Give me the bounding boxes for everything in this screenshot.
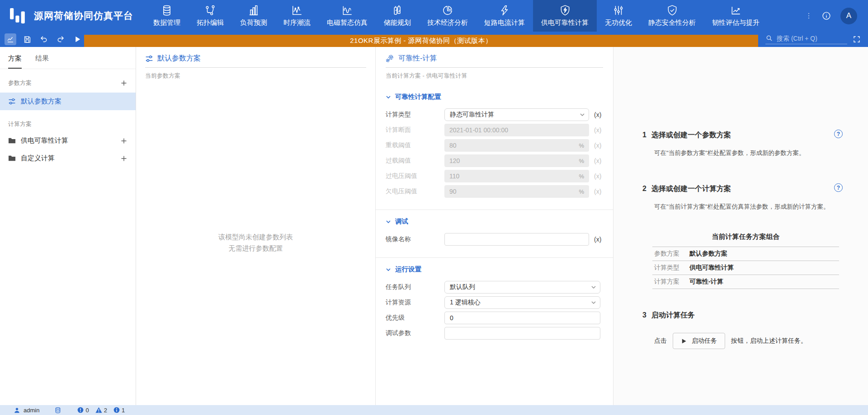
emt-icon <box>341 5 353 16</box>
nav-item-storage-planning[interactable]: 储能规划 <box>376 0 419 32</box>
nav-item-data-management[interactable]: 数据管理 <box>145 0 189 32</box>
debug-params-input[interactable] <box>444 327 600 340</box>
section-debug[interactable]: 调试 <box>386 217 603 226</box>
field-label: 计算断面 <box>386 126 444 134</box>
info-icon[interactable] <box>821 11 831 21</box>
search-icon <box>765 34 773 42</box>
empty-state-line1: 该模型尚未创建参数列表 <box>136 231 375 242</box>
field-label: 调试参数 <box>386 329 444 337</box>
redo-icon[interactable] <box>55 33 66 45</box>
compute-resource-select[interactable]: 1 逻辑核心 <box>444 296 600 309</box>
field-clear-marker: (x) <box>594 157 601 164</box>
nav-item-resilience-assessment[interactable]: 韧性评估与提升 <box>704 0 768 32</box>
overload-field-disabled: 120% <box>444 154 589 167</box>
nav-item-label: 电磁暂态仿真 <box>327 19 368 27</box>
folder-icon <box>8 137 16 144</box>
launch-instruction: 点击 启动任务 按钮，启动上述计算任务。 <box>654 333 843 349</box>
add-param-scheme-button[interactable] <box>120 79 127 87</box>
case-report-icon[interactable] <box>5 33 16 45</box>
field-row-task-queue: 任务队列 默认队列 <box>386 281 603 294</box>
field-label: 优先级 <box>386 314 444 322</box>
tab-schemes[interactable]: 方案 <box>8 54 22 69</box>
tab-results[interactable]: 结果 <box>35 54 49 69</box>
timeseries-icon <box>291 5 303 16</box>
combo-row-label: 计算类型 <box>654 264 679 272</box>
percent-unit: % <box>579 188 584 195</box>
run-icon[interactable] <box>71 33 83 45</box>
sidebar-item-default-param-scheme[interactable]: 默认参数方案 <box>0 93 136 110</box>
nav-item-emt-simulation[interactable]: 电磁暂态仿真 <box>319 0 376 32</box>
compute-resource-value: 1 逻辑核心 <box>450 298 481 307</box>
field-label: 镜像名称 <box>386 235 444 243</box>
combo-row-label: 参数方案 <box>654 250 679 258</box>
folder-supply-reliability[interactable]: 供电可靠性计算 <box>0 132 136 149</box>
launch-suffix: 按钮，启动上述计算任务。 <box>731 337 807 345</box>
error-counter[interactable]: 0 <box>77 407 89 414</box>
section-run-settings[interactable]: 运行设置 <box>386 265 603 274</box>
nav-item-label: 数据管理 <box>153 19 180 27</box>
calc-scheme-section-label: 计算方案 <box>8 120 32 128</box>
nav-item-label: 无功优化 <box>605 19 632 27</box>
add-custom-scheme-button[interactable] <box>120 155 127 162</box>
undo-icon[interactable] <box>38 33 50 45</box>
fullscreen-icon[interactable] <box>853 35 861 43</box>
info-status-icon <box>113 407 120 413</box>
calc-type-select[interactable]: 静态可靠性计算 <box>444 108 589 121</box>
nav-item-var-optimization[interactable]: 无功优化 <box>597 0 640 32</box>
percent-unit: % <box>579 142 584 149</box>
config-panel-title: 可靠性-计算 <box>398 54 437 63</box>
nav-item-supply-reliability-calc[interactable]: 供电可靠性计算 <box>533 0 597 32</box>
guide-panel: 1 选择或创建一个参数方案 ? 可在"当前参数方案"栏处配置参数，形成新的参数方… <box>613 47 868 405</box>
step-title: 选择或创建一个计算方案 <box>651 184 731 194</box>
chevron-down-icon <box>386 219 391 224</box>
help-icon[interactable]: ? <box>834 130 843 138</box>
field-label: 计算类型 <box>386 111 444 119</box>
nav-item-short-circuit-calc[interactable]: 短路电流计算 <box>476 0 533 32</box>
folder-custom-calc[interactable]: 自定义计算 <box>0 149 136 167</box>
priority-input[interactable] <box>444 312 600 324</box>
task-queue-select[interactable]: 默认队列 <box>444 281 600 294</box>
nav-item-label: 技术经济分析 <box>427 19 468 27</box>
nav-item-label: 供电可靠性计算 <box>541 19 589 27</box>
database-status-icon[interactable] <box>55 407 61 414</box>
empty-state: 该模型尚未创建参数列表 无需进行参数配置 <box>136 231 375 254</box>
combo-row-value: 供电可靠性计算 <box>689 264 734 272</box>
nav-item-techno-economic-analysis[interactable]: 技术经济分析 <box>419 0 476 32</box>
field-clear-marker: (x) <box>594 188 601 195</box>
step-title: 启动计算任务 <box>651 311 695 320</box>
launch-task-button[interactable]: 启动任务 <box>673 333 725 349</box>
combo-row-label: 计算方案 <box>654 278 679 286</box>
toolbar-left-icons <box>0 32 84 47</box>
field-clear-marker: (x) <box>594 142 601 149</box>
section-reliability-config[interactable]: 可靠性计算配置 <box>386 93 603 101</box>
nav-menu: 数据管理 拓扑编辑 负荷预测 时序潮流 电磁暂态仿真 储能规划 <box>145 0 768 32</box>
toolbar-right <box>758 32 868 47</box>
section-title: 调试 <box>395 217 408 226</box>
search-input[interactable] <box>777 35 835 42</box>
nav-item-load-forecast[interactable]: 负荷预测 <box>232 0 275 32</box>
parameter-panel-header: 默认参数方案 <box>145 54 366 68</box>
nav-item-topology-edit[interactable]: 拓扑编辑 <box>189 0 232 32</box>
field-row-overload-threshold: 过载阈值 120% (x) <box>386 154 603 167</box>
field-clear-marker[interactable]: (x) <box>594 111 601 118</box>
user-avatar[interactable]: A <box>840 8 857 24</box>
short-circuit-icon <box>499 5 510 16</box>
parameter-panel: 默认参数方案 当前参数方案 该模型尚未创建参数列表 无需进行参数配置 <box>136 47 376 405</box>
step-title: 选择或创建一个参数方案 <box>651 131 731 140</box>
field-clear-marker[interactable]: (x) <box>594 236 601 243</box>
vertical-dots-icon[interactable] <box>805 12 812 19</box>
main-area: 方案 结果 参数方案 默认参数方案 计算方案 供电可靠性计算 <box>0 47 868 405</box>
add-reliability-scheme-button[interactable] <box>120 137 127 145</box>
help-icon[interactable]: ? <box>834 183 843 192</box>
guide-step1-heading: 1 选择或创建一个参数方案 ? <box>642 131 843 140</box>
save-icon[interactable] <box>21 33 33 45</box>
field-label: 计算资源 <box>386 298 444 307</box>
nav-item-timeseries-powerflow[interactable]: 时序潮流 <box>275 0 319 32</box>
param-scheme-section: 参数方案 <box>0 69 136 91</box>
mirror-name-input[interactable] <box>444 233 589 246</box>
undervoltage-field-disabled: 90% <box>444 185 589 198</box>
info-counter[interactable]: 1 <box>113 407 125 414</box>
field-label: 过电压阈值 <box>386 172 444 180</box>
nav-item-static-security-analysis[interactable]: 静态安全性分析 <box>640 0 704 32</box>
warning-counter[interactable]: 2 <box>95 407 107 414</box>
